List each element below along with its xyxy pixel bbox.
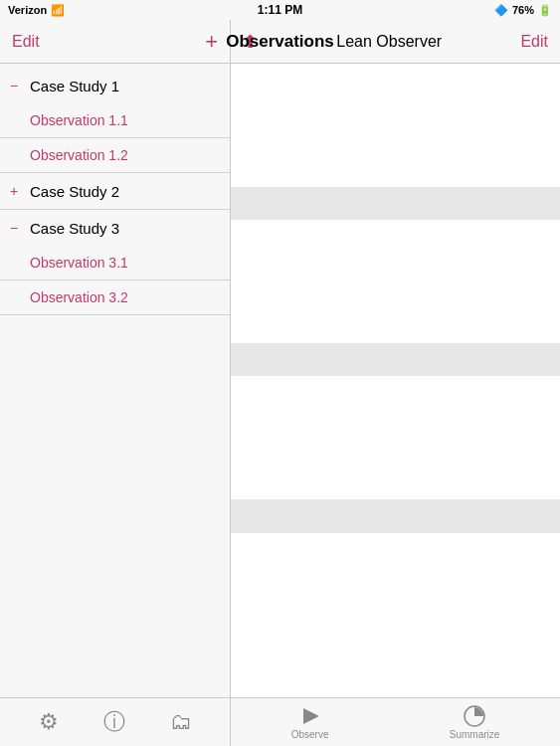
case-study-3-row[interactable]: − Case Study 3 — [0, 210, 230, 246]
observation-1-2-label: Observation 1.2 — [30, 147, 128, 163]
separator-5 — [0, 314, 230, 315]
observation-1-2-row[interactable]: Observation 1.2 — [0, 138, 230, 172]
right-panel-title: Lean Observer — [336, 33, 442, 51]
wifi-icon: 📶 — [51, 4, 65, 17]
expand-icon-2: + — [10, 183, 26, 199]
content-block-gray-1 — [231, 187, 560, 220]
right-content — [231, 64, 560, 697]
right-panel: ⬆ Lean Observer Edit Observe — [231, 20, 560, 746]
svg-marker-0 — [303, 708, 319, 724]
left-header: Edit Observations + — [0, 20, 230, 64]
folder-icon[interactable]: 🗂 — [170, 709, 192, 735]
observe-tab-button[interactable]: Observe — [291, 705, 329, 740]
edit-button[interactable]: Edit — [12, 33, 40, 51]
case-study-2-row[interactable]: + Case Study 2 — [0, 173, 230, 209]
add-button[interactable]: + — [205, 31, 218, 53]
observation-1-1-label: Observation 1.1 — [30, 112, 128, 128]
observation-3-1-label: Observation 3.1 — [30, 255, 128, 271]
case-study-3-label: Case Study 3 — [30, 220, 119, 237]
summarize-tab-icon — [464, 705, 485, 727]
content-block-gray-2 — [231, 343, 560, 376]
right-tabbar: Observe Summarize — [231, 697, 560, 746]
expand-icon-1: − — [10, 78, 26, 93]
summarize-tab-label: Summarize — [450, 729, 500, 740]
battery-text: 76% — [512, 4, 534, 16]
battery-icon: 🔋 — [538, 4, 552, 17]
status-left: Verizon 📶 — [8, 4, 65, 17]
status-time: 1:11 PM — [258, 3, 302, 17]
settings-icon[interactable]: ⚙ — [39, 709, 59, 735]
summarize-icon-svg — [464, 705, 485, 727]
case-study-2-label: Case Study 2 — [30, 183, 119, 200]
left-tabbar: ⚙ ⓘ 🗂 — [0, 697, 230, 746]
tree-list: − Case Study 1 Observation 1.1 Observati… — [0, 64, 230, 697]
bluetooth-icon: 🔷 — [494, 4, 508, 17]
observation-3-2-row[interactable]: Observation 3.2 — [0, 280, 230, 314]
content-block-3 — [231, 376, 560, 499]
content-block-1 — [231, 64, 560, 187]
observe-icon-svg — [299, 705, 321, 727]
left-panel: Edit Observations + − Case Study 1 Obser… — [0, 20, 231, 746]
expand-icon-3: − — [10, 220, 26, 236]
case-study-1-label: Case Study 1 — [30, 78, 119, 94]
observation-3-1-row[interactable]: Observation 3.1 — [0, 246, 230, 280]
status-bar: Verizon 📶 1:11 PM 🔷 76% 🔋 — [0, 0, 560, 20]
content-block-2 — [231, 220, 560, 343]
summarize-tab-button[interactable]: Summarize — [450, 705, 500, 740]
observation-1-1-row[interactable]: Observation 1.1 — [0, 103, 230, 137]
app-layout: Edit Observations + − Case Study 1 Obser… — [0, 20, 560, 746]
observe-tab-label: Observe — [291, 729, 329, 740]
carrier-text: Verizon — [8, 4, 47, 16]
left-panel-title: Observations — [226, 32, 334, 52]
content-block-gray-3 — [231, 499, 560, 532]
case-study-1-row[interactable]: − Case Study 1 — [0, 68, 230, 103]
info-icon[interactable]: ⓘ — [103, 707, 125, 737]
observe-tab-icon — [299, 705, 321, 727]
status-right: 🔷 76% 🔋 — [494, 4, 552, 17]
content-block-4 — [231, 533, 560, 697]
observation-3-2-label: Observation 3.2 — [30, 289, 128, 305]
right-edit-button[interactable]: Edit — [520, 33, 548, 51]
